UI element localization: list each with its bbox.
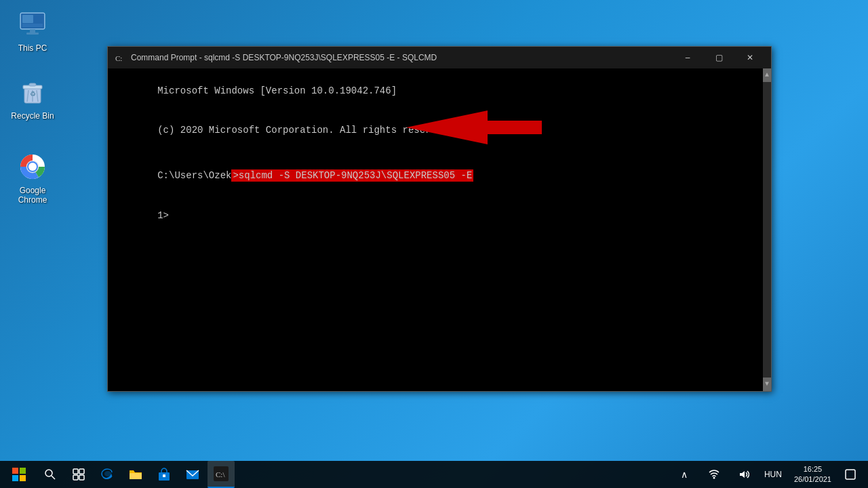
svg-text:♻: ♻ xyxy=(30,90,36,98)
svg-rect-3 xyxy=(22,24,43,27)
taskbar-edge-button[interactable] xyxy=(94,461,121,488)
taskbar-task-view-button[interactable] xyxy=(65,461,92,488)
svg-rect-21 xyxy=(20,468,26,474)
chevron-up-icon: ∧ xyxy=(681,469,688,480)
cmd-highlighted-command: >sqlcmd -S DESKTOP-9NQ253J\SQLEXPRESS05 … xyxy=(231,169,473,182)
cmd-title-text: Command Prompt - sqlcmd -S DESKTOP-9NQ25… xyxy=(131,53,672,62)
desktop-icon-this-pc[interactable]: This PC xyxy=(5,5,60,56)
taskbar-file-explorer-button[interactable] xyxy=(122,461,149,488)
svg-text:C:: C: xyxy=(115,54,122,62)
this-pc-icon xyxy=(16,8,49,41)
desktop-icon-google-chrome[interactable]: Google Chrome xyxy=(5,148,60,208)
svg-rect-26 xyxy=(73,469,78,474)
chrome-icon xyxy=(16,150,49,183)
cmd-titlebar: C: Command Prompt - sqlcmd -S DESKTOP-9N… xyxy=(108,47,771,68)
start-button[interactable] xyxy=(3,461,35,488)
chrome-label: Google Chrome xyxy=(18,186,47,205)
svg-rect-4 xyxy=(30,29,35,33)
svg-point-30 xyxy=(104,471,111,476)
desktop-icon-recycle-bin[interactable]: ♻ Recycle Bin xyxy=(5,73,60,123)
svg-point-16 xyxy=(28,163,37,171)
cmd-title-icon: C: xyxy=(113,52,125,64)
taskbar-right-area: ∧ HUN xyxy=(671,461,865,488)
cmd-scrollbar-down[interactable]: ▼ xyxy=(763,378,771,391)
cmd-line-4: 1> xyxy=(112,196,767,236)
taskbar: C:\ ∧ xyxy=(0,461,868,488)
svg-rect-22 xyxy=(12,475,18,481)
svg-rect-27 xyxy=(79,469,84,474)
cmd-line-2: (c) 2020 Microsoft Corporation. All righ… xyxy=(112,111,767,151)
cmd-content-area: Microsoft Windows [Version 10.0.19042.74… xyxy=(108,68,771,391)
taskbar-search-button[interactable] xyxy=(37,461,64,488)
tray-expand-button[interactable]: ∧ xyxy=(671,461,698,488)
cmd-window: C: Command Prompt - sqlcmd -S DESKTOP-9N… xyxy=(107,46,772,392)
svg-text:C:\: C:\ xyxy=(216,470,225,479)
svg-rect-2 xyxy=(22,15,33,23)
cmd-scrollbar[interactable]: ▲ ▼ xyxy=(763,68,771,391)
svg-rect-8 xyxy=(29,83,36,86)
svg-point-24 xyxy=(45,470,52,476)
svg-rect-23 xyxy=(20,475,26,481)
taskbar-store-button[interactable] xyxy=(151,461,178,488)
cmd-minimize-button[interactable]: – xyxy=(672,47,703,68)
cmd-line-1: Microsoft Windows [Version 10.0.19042.74… xyxy=(112,71,767,111)
cmd-close-button[interactable]: ✕ xyxy=(734,47,766,68)
tray-network-icon[interactable] xyxy=(701,461,728,488)
taskbar-mail-button[interactable] xyxy=(179,461,206,488)
cmd-line-3: C:\Users\Ozek>sqlcmd -S DESKTOP-9NQ253J\… xyxy=(112,157,767,197)
cmd-scrollbar-up[interactable]: ▲ xyxy=(763,68,771,82)
svg-point-37 xyxy=(713,477,715,479)
recycle-bin-icon: ♻ xyxy=(16,76,49,108)
tray-volume-icon[interactable] xyxy=(730,461,757,488)
taskbar-notification-button[interactable] xyxy=(840,461,861,488)
svg-rect-5 xyxy=(26,33,39,35)
svg-rect-38 xyxy=(846,470,855,479)
taskbar-cmd-button[interactable]: C:\ xyxy=(208,461,235,488)
desktop: This PC ♻ Recycle Bin xyxy=(0,0,868,488)
svg-line-25 xyxy=(52,476,55,479)
taskbar-clock[interactable]: 16:25 26/01/2021 xyxy=(789,461,837,488)
recycle-bin-label: Recycle Bin xyxy=(11,111,54,121)
svg-rect-29 xyxy=(79,475,84,480)
this-pc-label: This PC xyxy=(18,43,47,53)
svg-rect-28 xyxy=(73,475,78,480)
tray-language-indicator[interactable]: HUN xyxy=(760,461,786,488)
svg-rect-20 xyxy=(12,468,18,474)
cmd-maximize-button[interactable]: ▢ xyxy=(703,47,734,68)
cmd-window-controls: – ▢ ✕ xyxy=(672,47,766,68)
svg-rect-31 xyxy=(130,473,142,479)
svg-rect-33 xyxy=(163,474,165,477)
